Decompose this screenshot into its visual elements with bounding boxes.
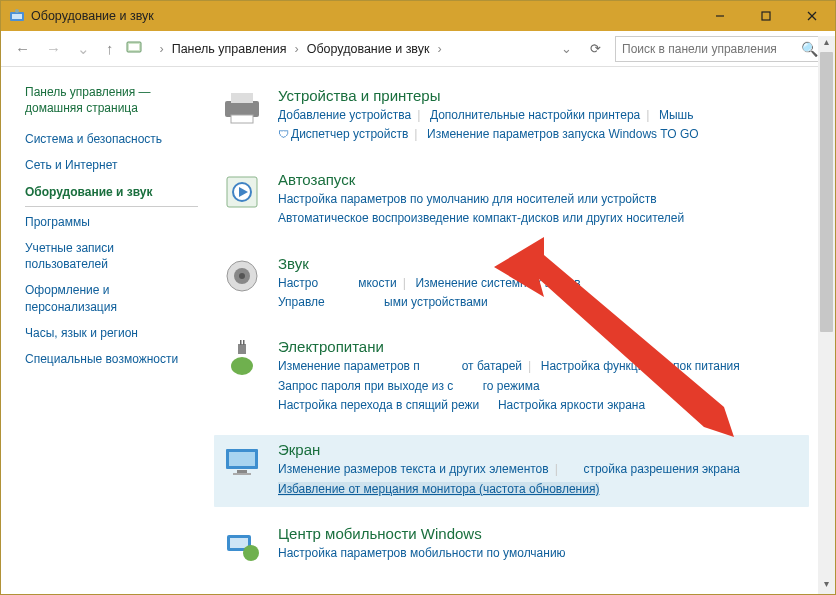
sidebar-heading[interactable]: Панель управления — домашняя страница	[25, 85, 198, 116]
sidebar-item-access[interactable]: Специальные возможности	[25, 346, 198, 372]
location-icon	[126, 39, 146, 58]
link-system-sounds[interactable]: Изменение системных звуков	[415, 276, 580, 290]
scroll-up-button[interactable]: ▴	[818, 36, 835, 52]
scroll-thumb[interactable]	[820, 52, 833, 332]
sidebar: Панель управления — домашняя страница Си…	[1, 67, 204, 594]
link-battery[interactable]: Изменение параметров питания от батарей	[278, 359, 522, 373]
category-title[interactable]: Автозапуск	[278, 171, 803, 188]
category-autoplay: Автозапуск Настройка параметров по умолч…	[214, 165, 809, 237]
category-sound: Звук Настройка громкости| Изменение сист…	[214, 249, 809, 321]
link-add-device[interactable]: Добавление устройства	[278, 108, 411, 122]
link-mobility-defaults[interactable]: Настройка параметров мобильности по умол…	[278, 546, 566, 560]
svg-rect-10	[231, 93, 253, 103]
window-title: Оборудование и звук	[31, 9, 697, 23]
svg-rect-27	[230, 538, 248, 548]
content-area: Панель управления — домашняя страница Си…	[1, 67, 835, 594]
close-button[interactable]	[789, 1, 835, 31]
svg-rect-21	[243, 340, 245, 345]
category-title[interactable]: Экран	[278, 441, 803, 458]
category-title[interactable]: Центр мобильности Windows	[278, 525, 803, 542]
search-icon[interactable]: 🔍	[797, 41, 818, 57]
power-icon[interactable]	[220, 338, 264, 382]
back-button[interactable]: ←	[11, 40, 34, 57]
category-title[interactable]: Звук	[278, 255, 803, 272]
search-input[interactable]	[622, 42, 797, 56]
svg-rect-1	[12, 14, 22, 19]
svg-rect-11	[231, 115, 253, 123]
sidebar-item-clock[interactable]: Часы, язык и регион	[25, 320, 198, 346]
chevron-right-icon[interactable]: ›	[158, 42, 166, 56]
category-pen: Перо и сенсорный ввод Изменение параметр…	[214, 589, 809, 594]
maximize-button[interactable]	[743, 1, 789, 31]
link-printer-settings[interactable]: Дополнительные настройки принтера	[430, 108, 640, 122]
category-title[interactable]: Электропитани	[278, 338, 803, 355]
svg-point-17	[239, 273, 245, 279]
category-display: Экран Изменение размеров текста и других…	[214, 435, 809, 507]
svg-rect-24	[237, 470, 247, 473]
category-title[interactable]: Устройства и принтеры	[278, 87, 803, 104]
link-resolution[interactable]: стройка разрешения экрана	[583, 462, 740, 476]
monitor-icon[interactable]	[220, 441, 264, 485]
speaker-icon[interactable]	[220, 255, 264, 299]
svg-rect-20	[240, 340, 242, 345]
link-device-manager[interactable]: Диспетчер устройств	[278, 127, 408, 141]
link-volume[interactable]: Настройка громкости	[278, 276, 397, 290]
scroll-down-button[interactable]: ▾	[818, 578, 835, 594]
search-box[interactable]: 🔍	[615, 36, 825, 62]
sidebar-item-appearance[interactable]: Оформление и персонализация	[25, 277, 198, 319]
printer-icon[interactable]	[220, 87, 264, 131]
link-sleep[interactable]: Настройка перехода в спящий режи	[278, 398, 479, 412]
link-mouse[interactable]: Мышь	[659, 108, 694, 122]
link-brightness[interactable]: Настройка яркости экрана	[498, 398, 645, 412]
mobility-icon[interactable]	[220, 525, 264, 569]
svg-rect-23	[229, 452, 255, 466]
link-audio-devices[interactable]: Управление звуковыми устройствами	[278, 295, 488, 309]
breadcrumb: › Панель управления › Оборудование и зву…	[154, 42, 550, 56]
svg-rect-19	[238, 344, 246, 354]
link-password-wake[interactable]: Запрос пароля при выходе из спящего режи…	[278, 379, 540, 393]
navigation-toolbar: ← → ⌄ ↑ › Панель управления › Оборудован…	[1, 31, 835, 67]
breadcrumb-root[interactable]: Панель управления	[172, 42, 287, 56]
up-button[interactable]: ↑	[102, 40, 118, 57]
sidebar-item-accounts[interactable]: Учетные записи пользователей	[25, 235, 198, 277]
sidebar-item-system[interactable]: Система и безопасность	[25, 126, 198, 152]
sidebar-item-programs[interactable]: Программы	[25, 209, 198, 235]
breadcrumb-current[interactable]: Оборудование и звук	[307, 42, 430, 56]
link-refresh-rate[interactable]: Избавление от мерцания монитора (частота…	[278, 482, 599, 496]
link-text-size[interactable]: Изменение размеров текста и других элеме…	[278, 462, 549, 476]
svg-point-18	[231, 357, 253, 375]
link-windows-togo[interactable]: Изменение параметров запуска Windows TO …	[427, 127, 699, 141]
window-titlebar: Оборудование и звук	[1, 1, 835, 31]
sidebar-item-hardware[interactable]: Оборудование и звук	[25, 179, 198, 207]
svg-rect-4	[762, 12, 770, 20]
svg-point-28	[243, 545, 259, 561]
breadcrumb-dropdown[interactable]: ⌄	[557, 41, 576, 56]
autoplay-icon[interactable]	[220, 171, 264, 215]
minimize-button[interactable]	[697, 1, 743, 31]
sidebar-item-network[interactable]: Сеть и Интернет	[25, 152, 198, 178]
category-mobility: Центр мобильности Windows Настройка пара…	[214, 519, 809, 577]
app-icon	[9, 8, 25, 24]
main-panel: Устройства и принтеры Добавление устройс…	[204, 67, 835, 594]
recent-dropdown[interactable]: ⌄	[73, 40, 94, 58]
refresh-button[interactable]: ⟳	[584, 41, 607, 56]
link-autoplay-cd[interactable]: Автоматическое воспроизведение компакт-д…	[278, 211, 684, 225]
link-autoplay-defaults[interactable]: Настройка параметров по умолчанию для но…	[278, 192, 657, 206]
vertical-scrollbar[interactable]: ▴ ▾	[818, 36, 835, 594]
chevron-right-icon[interactable]: ›	[435, 42, 443, 56]
category-power: Электропитани Изменение параметров питан…	[214, 332, 809, 423]
chevron-right-icon[interactable]: ›	[293, 42, 301, 56]
svg-rect-25	[233, 473, 251, 475]
category-devices: Устройства и принтеры Добавление устройс…	[214, 81, 809, 153]
link-power-buttons[interactable]: Настройка функций кнопок питания	[541, 359, 740, 373]
svg-point-2	[15, 9, 19, 13]
svg-rect-8	[129, 44, 139, 50]
forward-button[interactable]: →	[42, 40, 65, 57]
window-control-buttons	[697, 1, 835, 31]
